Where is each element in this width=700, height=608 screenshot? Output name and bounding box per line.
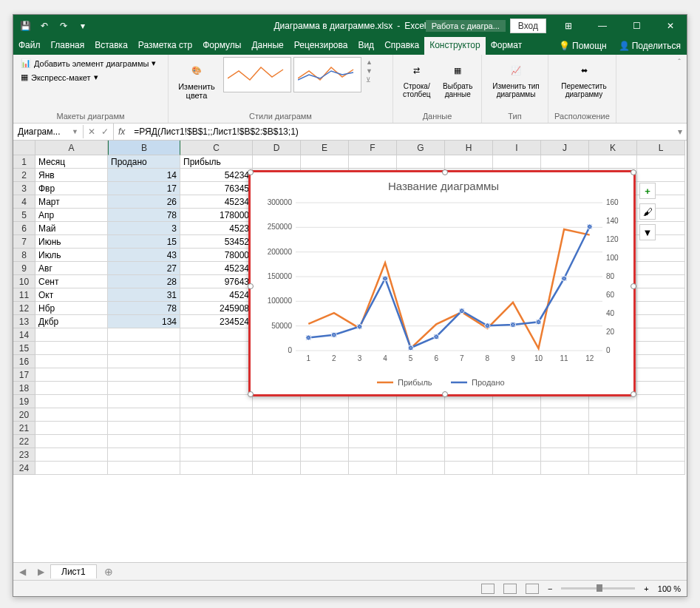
cell[interactable]: 78: [108, 209, 180, 222]
cell[interactable]: [637, 315, 685, 328]
cell[interactable]: [397, 408, 445, 422]
col-header[interactable]: G: [397, 141, 445, 155]
add-chart-element-button[interactable]: 📊 Добавить элемент диаграммы ▾: [18, 57, 163, 70]
cell[interactable]: [35, 435, 108, 448]
cell[interactable]: [637, 368, 685, 382]
view-normal-icon[interactable]: [481, 584, 495, 594]
name-box[interactable]: Диаграм...▼: [13, 125, 84, 138]
row-header[interactable]: 21: [13, 422, 35, 435]
minimize-icon[interactable]: —: [586, 15, 619, 37]
col-header[interactable]: L: [637, 141, 685, 155]
row-header[interactable]: 20: [13, 408, 35, 422]
col-header[interactable]: D: [253, 141, 301, 155]
cell[interactable]: [253, 395, 301, 408]
cell[interactable]: [493, 422, 541, 435]
cell[interactable]: [349, 408, 397, 422]
cell[interactable]: Дкбр: [35, 315, 108, 328]
tell-me-button[interactable]: 💡 Помощн: [553, 37, 613, 55]
tab-insert[interactable]: Вставка: [89, 37, 133, 55]
cell[interactable]: [541, 448, 589, 462]
cell[interactable]: 234524: [180, 315, 253, 328]
cell[interactable]: Фвр: [35, 182, 108, 195]
select-data-button[interactable]: ▦ Выбрать данные: [439, 57, 478, 100]
cell[interactable]: [349, 462, 397, 475]
cell[interactable]: [637, 355, 685, 368]
ribbon-options-icon[interactable]: ⊞: [552, 15, 585, 37]
cell[interactable]: Авг: [35, 262, 108, 275]
row-header[interactable]: 7: [13, 235, 35, 249]
cell[interactable]: [445, 435, 493, 448]
cell[interactable]: [637, 435, 685, 448]
cell[interactable]: 245908: [180, 302, 253, 315]
row-header[interactable]: 5: [13, 209, 35, 222]
row-header[interactable]: 22: [13, 435, 35, 448]
cell[interactable]: [180, 422, 253, 435]
cell[interactable]: [637, 395, 685, 408]
cell[interactable]: [301, 462, 349, 475]
cell[interactable]: [253, 462, 301, 475]
embedded-chart[interactable]: Название диаграммы0500001000001500002000…: [248, 170, 636, 396]
tab-view[interactable]: Вид: [353, 37, 379, 55]
cell[interactable]: [108, 422, 180, 435]
cell[interactable]: [349, 435, 397, 448]
cell[interactable]: 4523: [180, 222, 253, 235]
change-colors-button[interactable]: 🎨 Изменить цвета: [173, 57, 220, 101]
cell[interactable]: 3: [108, 222, 180, 235]
cell[interactable]: 4524: [180, 288, 253, 302]
maximize-icon[interactable]: ☐: [620, 15, 653, 37]
cell[interactable]: [108, 435, 180, 448]
resize-handle[interactable]: [631, 283, 636, 289]
cell[interactable]: [180, 435, 253, 448]
row-header[interactable]: 8: [13, 249, 35, 262]
row-header[interactable]: 18: [13, 382, 35, 395]
zoom-level[interactable]: 100 %: [658, 584, 681, 593]
cell[interactable]: [445, 155, 493, 169]
cell[interactable]: [108, 382, 180, 395]
cell[interactable]: [541, 435, 589, 448]
cell[interactable]: [108, 355, 180, 368]
tab-home[interactable]: Главная: [46, 37, 90, 55]
cell[interactable]: [589, 395, 637, 408]
cell[interactable]: [637, 328, 685, 342]
redo-icon[interactable]: ↷: [58, 20, 69, 32]
cell[interactable]: [493, 448, 541, 462]
cell[interactable]: [108, 395, 180, 408]
switch-row-col-button[interactable]: ⇄ Строка/столбец: [398, 57, 436, 100]
expand-formula-icon[interactable]: ▾: [673, 126, 687, 137]
tab-nav-right-icon[interactable]: ▶: [32, 567, 50, 577]
cell[interactable]: [493, 155, 541, 169]
gallery-more-icon[interactable]: ⊻: [366, 76, 373, 84]
qat-dropdown-icon[interactable]: ▾: [77, 20, 89, 32]
cell[interactable]: 14: [108, 169, 180, 182]
tab-nav-left-icon[interactable]: ◀: [13, 567, 32, 577]
chart-styles-gallery[interactable]: [223, 57, 361, 92]
col-header[interactable]: K: [589, 141, 637, 155]
col-header[interactable]: C: [180, 141, 253, 155]
row-header[interactable]: 6: [13, 222, 35, 235]
cell[interactable]: [35, 395, 108, 408]
add-sheet-icon[interactable]: ⊕: [98, 566, 119, 578]
resize-handle[interactable]: [631, 169, 636, 175]
cell[interactable]: [301, 422, 349, 435]
cell[interactable]: [445, 462, 493, 475]
cell[interactable]: [180, 355, 253, 368]
cell[interactable]: Март: [35, 195, 108, 209]
fx-icon[interactable]: fx: [114, 126, 129, 137]
cell[interactable]: [35, 462, 108, 475]
cell[interactable]: [35, 355, 108, 368]
cell[interactable]: Сент: [35, 275, 108, 288]
cell[interactable]: [35, 342, 108, 355]
cell[interactable]: [180, 462, 253, 475]
cell[interactable]: [445, 408, 493, 422]
chart-plot[interactable]: Название диаграммы0500001000001500002000…: [255, 177, 632, 391]
select-all-corner[interactable]: [13, 141, 35, 155]
cell[interactable]: [445, 422, 493, 435]
cell[interactable]: [108, 342, 180, 355]
style-thumb-2[interactable]: [293, 57, 361, 92]
cell[interactable]: Июль: [35, 249, 108, 262]
cell[interactable]: [35, 448, 108, 462]
cell[interactable]: [108, 368, 180, 382]
enter-formula-icon[interactable]: ✓: [101, 126, 109, 137]
chart-styles-button[interactable]: 🖌: [639, 203, 656, 220]
view-break-icon[interactable]: [526, 584, 539, 594]
